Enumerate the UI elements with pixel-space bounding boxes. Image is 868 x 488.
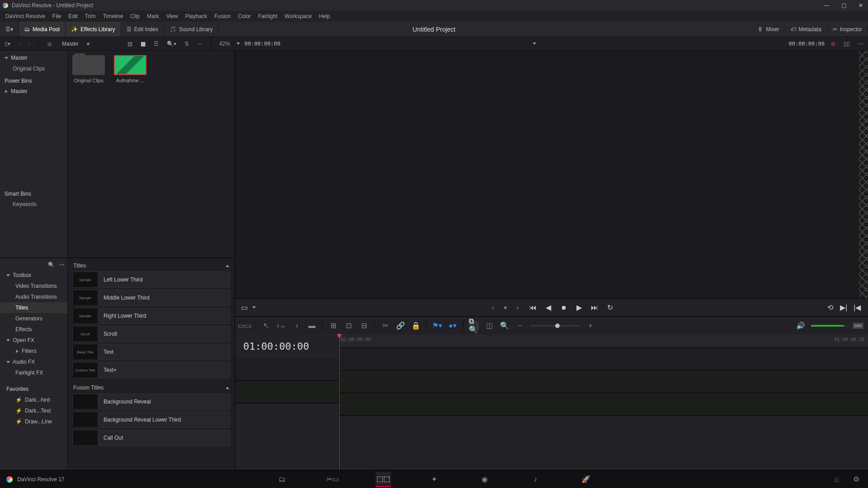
fx-options-button[interactable]: ⋯ [59,262,65,268]
timeline-view-options-button[interactable]: ▭▭ [240,321,250,331]
stop-button[interactable]: ■ [559,303,568,312]
menu-file[interactable]: File [49,13,65,19]
window-maximize-button[interactable]: ▢ [839,1,848,10]
page-deliver[interactable]: 🚀 [578,472,594,487]
viewer-zoom-dropdown-icon[interactable] [236,42,240,45]
window-minimize-button[interactable]: — [822,1,831,10]
title-item[interactable]: SampleRight Lower Third [72,308,230,324]
viewer-options-button[interactable]: ⋯ [856,40,865,48]
menu-view[interactable]: View [163,13,182,19]
trim-tool-button[interactable]: ⫞⫠ [276,321,286,331]
next-edit-button[interactable]: › [513,303,522,312]
timeline-playhead-tc[interactable]: 01:00:00:00 [235,334,339,358]
bin-original-clips[interactable]: Original Clips [0,63,67,74]
menu-fairlight[interactable]: Fairlight [255,13,281,19]
replace-clip-button[interactable]: ⊟ [359,321,369,331]
fx-cat-fairlight-fx[interactable]: Fairlight FX [0,367,67,378]
zoom-slider[interactable] [530,325,580,327]
viewer-mode-dropdown-icon[interactable] [533,42,536,45]
import-media-button[interactable]: ▣ [45,40,54,48]
view-thumbnail-button[interactable]: ▦ [139,40,147,48]
link-button[interactable]: 🔗 [396,321,406,331]
zoom-in-button[interactable]: + [585,321,595,331]
title-item[interactable]: Custom TitleText+ [72,362,230,378]
title-item[interactable]: Basic TitleText [72,344,230,360]
menu-clip[interactable]: Clip [127,13,143,19]
menu-trim[interactable]: Trim [81,13,99,19]
search-button[interactable]: 🔍▾ [165,40,178,48]
menu-edit[interactable]: Edit [65,13,81,19]
fx-cat-titles[interactable]: Titles [0,302,67,313]
fx-cat-generators[interactable]: Generators [0,313,67,324]
metadata-button[interactable]: 🏷 Metadata [785,26,827,33]
edit-index-button[interactable]: ☰ Edit Index [121,22,164,37]
match-frame-button[interactable]: ⟲ [826,303,835,312]
fx-cat-filters[interactable]: Filters [0,346,67,357]
title-item[interactable]: SampleLeft Lower Third [72,272,230,288]
clip-aufnahme[interactable]: Aufnahme ... [114,55,146,83]
audio-track-1[interactable] [339,371,868,393]
bin-layout-button[interactable]: ▯▾ [3,40,12,48]
blade-tool-button[interactable]: ▬ [307,321,317,331]
viewer-zoom-value[interactable]: 42% [217,40,232,48]
bypass-color-button[interactable]: ⊘ [829,40,837,48]
view-list-button[interactable]: ☰ [152,40,160,48]
fx-cat-effects[interactable]: Effects [0,324,67,335]
snapping-button[interactable]: ⧉🔍 [469,321,479,331]
nav-forward-button[interactable]: › [27,40,32,48]
go-to-start-button[interactable]: ⏮ [528,303,538,312]
audio-track-2[interactable] [339,393,868,416]
page-edit[interactable]: ⬚⬚ [376,472,391,487]
home-button[interactable]: ⌂ [831,472,842,487]
menu-mark[interactable]: Mark [143,13,163,19]
nav-back-button[interactable]: ‹ [17,40,22,48]
track-header-audio[interactable] [235,381,339,404]
step-back-button[interactable]: ◀ [544,303,553,312]
prev-edit-button[interactable]: ‹ [489,303,498,312]
page-color[interactable]: ◉ [477,472,492,487]
collapse-titles-icon[interactable] [226,265,229,267]
collapse-fusion-titles-icon[interactable] [226,387,229,389]
last-clip-button[interactable]: |◀ [853,303,862,312]
menu-color[interactable]: Color [234,13,255,19]
razor-button[interactable]: ✂ [380,321,390,331]
page-media[interactable]: 🗂 [274,472,290,487]
viewer-overlay-button[interactable]: ▭ [240,303,249,312]
fx-fav-0[interactable]: ⚡Dark...hird [0,394,67,405]
next-clip-button[interactable]: ▶| [839,303,848,312]
timeline-ruler[interactable]: 01:00:00:00 01:00:00:16 [339,334,868,348]
fx-fav-2[interactable]: ⚡Draw...Line [0,416,67,427]
timeline-tracks-area[interactable]: 01:00:00:00 01:00:00:16 [339,334,868,470]
menu-help[interactable]: Help [315,13,334,19]
menu-fusion[interactable]: Fusion [211,13,234,19]
window-close-button[interactable]: ✕ [856,1,865,10]
flag-button[interactable]: ⚑▾ [432,321,442,331]
page-cut[interactable]: ✂▭ [325,472,340,487]
linked-selection-button[interactable]: ◫ [484,321,494,331]
menu-playback[interactable]: Playback [181,13,211,19]
title-item[interactable]: SampleMiddle Lower Third [72,290,230,306]
clip-area[interactable]: Original Clips Aufnahme ... [68,51,235,258]
media-pool-button[interactable]: 🗂 Media Pool [19,22,66,37]
zoom-out-button[interactable]: − [515,321,525,331]
mute-button[interactable]: 🔊 [796,321,806,331]
project-settings-button[interactable]: ⚙ [851,472,862,487]
lock-button[interactable]: 🔒 [411,321,421,331]
insert-clip-button[interactable]: ⊞ [328,321,338,331]
overwrite-clip-button[interactable]: ⊡ [344,321,354,331]
page-fusion[interactable]: ✦ [426,472,442,487]
menu-timeline[interactable]: Timeline [99,13,127,19]
zoom-to-fit-button[interactable]: 🔍 [500,321,509,331]
loop-button[interactable]: ↻ [605,303,614,312]
smart-bin-keywords[interactable]: Keywords [0,199,67,210]
view-strip-button[interactable]: ▤ [126,40,134,48]
viewer-panel[interactable] [235,51,868,298]
sidebar-toggle-button[interactable]: ☰▾ [0,22,19,37]
fx-cat-video-transitions[interactable]: Video Transitions [0,281,67,291]
fx-search-button[interactable]: 🔍 [48,262,55,268]
sort-button[interactable]: ⇅ [183,40,191,48]
play-button[interactable]: ▶ [575,303,584,312]
fx-fav-1[interactable]: ⚡Dark...Text [0,405,67,416]
selection-tool-button[interactable]: ↖ [261,321,271,331]
fx-cat-open-fx[interactable]: Open FX [0,335,67,346]
